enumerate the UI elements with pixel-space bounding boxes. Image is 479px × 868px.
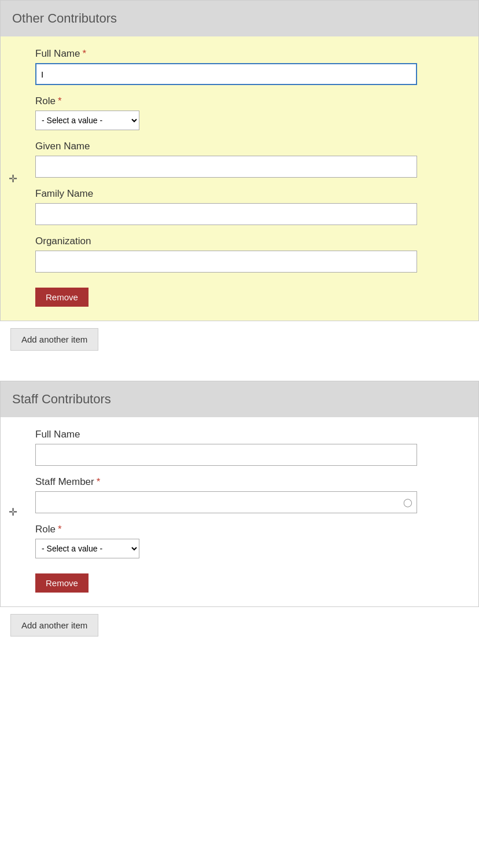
full-name-label: Full Name * xyxy=(35,48,461,60)
staff-role-select[interactable]: - Select a value - xyxy=(35,539,139,558)
full-name-group: Full Name * xyxy=(35,48,461,85)
staff-contributors-title: Staff Contributors xyxy=(12,392,111,406)
add-another-other-wrapper: Add another item xyxy=(0,321,479,358)
role-label: Role * xyxy=(35,95,461,107)
organization-label: Organization xyxy=(35,236,461,247)
drag-handle-staff[interactable]: ✛ xyxy=(9,506,17,518)
role-select[interactable]: - Select a value - xyxy=(35,111,139,130)
staff-full-name-group: Full Name xyxy=(35,429,461,466)
full-name-input[interactable] xyxy=(35,63,417,85)
role-required-star: * xyxy=(58,95,62,107)
given-name-input[interactable] xyxy=(35,156,417,178)
family-name-label: Family Name xyxy=(35,188,461,200)
add-another-staff-wrapper: Add another item xyxy=(0,607,479,643)
remove-staff-contributor-button[interactable]: Remove xyxy=(35,573,89,593)
given-name-group: Given Name xyxy=(35,141,461,178)
staff-contributors-body: ✛ Full Name Staff Member * ◯ Role * xyxy=(1,417,478,606)
other-contributors-section: Other Contributors ✛ Full Name * Role * … xyxy=(0,0,479,321)
drag-handle-other[interactable]: ✛ xyxy=(9,172,17,185)
organization-group: Organization xyxy=(35,236,461,273)
staff-full-name-label: Full Name xyxy=(35,429,461,440)
role-group: Role * - Select a value - xyxy=(35,95,461,130)
staff-member-group: Staff Member * ◯ xyxy=(35,476,461,513)
add-another-staff-button[interactable]: Add another item xyxy=(10,614,98,637)
section-spacer xyxy=(0,358,479,381)
staff-member-required-star: * xyxy=(97,476,101,488)
staff-role-label: Role * xyxy=(35,524,461,535)
other-contributors-body: ✛ Full Name * Role * - Select a value - … xyxy=(1,36,478,321)
remove-other-contributor-button[interactable]: Remove xyxy=(35,288,89,307)
staff-role-group: Role * - Select a value - xyxy=(35,524,461,558)
given-name-label: Given Name xyxy=(35,141,461,152)
staff-role-required-star: * xyxy=(58,524,62,535)
add-another-other-button[interactable]: Add another item xyxy=(10,328,98,351)
organization-input[interactable] xyxy=(35,251,417,273)
staff-member-input[interactable] xyxy=(35,491,417,513)
staff-member-label: Staff Member * xyxy=(35,476,461,488)
staff-contributors-section: Staff Contributors ✛ Full Name Staff Mem… xyxy=(0,381,479,607)
staff-member-autocomplete-wrapper: ◯ xyxy=(35,491,417,513)
other-contributors-title: Other Contributors xyxy=(12,11,117,25)
autocomplete-search-icon: ◯ xyxy=(403,498,412,507)
family-name-input[interactable] xyxy=(35,203,417,225)
other-contributors-header: Other Contributors xyxy=(1,1,478,36)
full-name-required-star: * xyxy=(82,48,86,60)
staff-contributors-header: Staff Contributors xyxy=(1,381,478,417)
family-name-group: Family Name xyxy=(35,188,461,225)
staff-full-name-input[interactable] xyxy=(35,444,417,466)
